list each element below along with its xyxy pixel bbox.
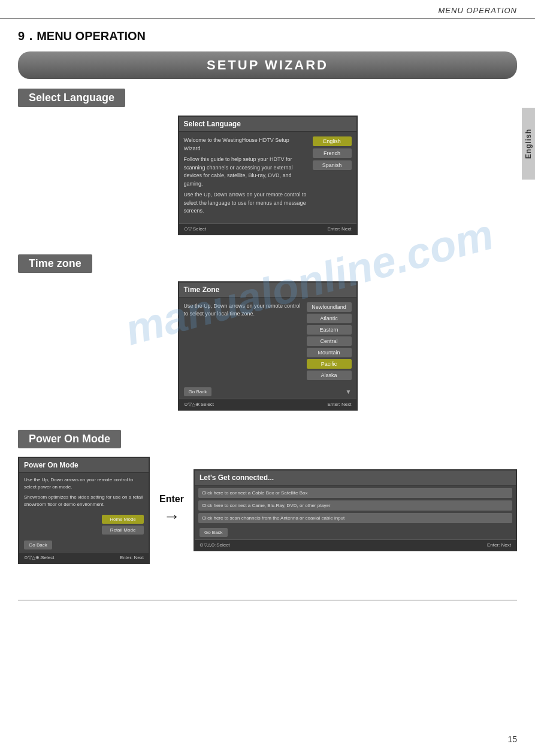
lgc-nav-icon: ⊙▽△⊕:Select bbox=[200, 542, 229, 548]
power-mode-options: Home Mode Retail Mode bbox=[19, 515, 149, 538]
lang-french[interactable]: French bbox=[313, 148, 352, 158]
header-title: MENU OPERATION bbox=[439, 6, 518, 15]
time-zone-label: Time zone bbox=[18, 254, 92, 273]
lgc-option-1[interactable]: Click here to connect a Cable Box or Sat… bbox=[198, 488, 512, 498]
section-title: 9．MENU OPERATION bbox=[18, 28, 517, 44]
welcome-text: Welcome to the WestingHouse HDTV Setup W… bbox=[184, 136, 309, 153]
main-content: 9．MENU OPERATION SETUP WIZARD Select Lan… bbox=[0, 19, 535, 588]
tz-pacific[interactable]: Pacific bbox=[307, 359, 352, 369]
power-on-row: Power On Mode Use the Up, Down arrows on… bbox=[18, 457, 517, 564]
section-title-text: MENU OPERATION bbox=[37, 29, 146, 42]
lgc-option-2[interactable]: Click here to connect a Came, Blu-Ray, D… bbox=[198, 500, 512, 511]
power-on-nav-icon: ⊙▽△⊕:Select bbox=[24, 555, 54, 560]
timezone-screen: Time Zone Use the Up, Down arrows on you… bbox=[178, 281, 358, 411]
lgc-option-3[interactable]: Click here to scan channels from the Ant… bbox=[198, 513, 512, 523]
select-language-body: Welcome to the WestingHouse HDTV Setup W… bbox=[179, 132, 356, 223]
setup-wizard-banner: SETUP WIZARD bbox=[18, 51, 517, 79]
select-language-text: Welcome to the WestingHouse HDTV Setup W… bbox=[184, 136, 309, 218]
lgc-footer-next: Enter: Next bbox=[487, 542, 511, 548]
power-on-footer-next: Enter: Next bbox=[120, 555, 144, 560]
tz-central[interactable]: Central bbox=[307, 336, 352, 346]
power-on-mode-label: Power On Mode bbox=[18, 430, 121, 448]
sidebar-english-label: English bbox=[524, 129, 533, 159]
power-on-footer: ⊙▽△⊕:Select Enter: Next bbox=[19, 552, 149, 563]
select-language-screen: Select Language Welcome to the WestingHo… bbox=[178, 116, 358, 235]
home-mode-btn[interactable]: Home Mode bbox=[102, 515, 144, 524]
select-language-title-bar: Select Language bbox=[179, 117, 356, 132]
timezone-down-arrow: ▼ bbox=[346, 388, 352, 395]
select-language-footer: ⊙▽:Select Enter: Next bbox=[179, 223, 356, 234]
instruction1: Follow this guide to help setup your HDT… bbox=[184, 156, 309, 188]
select-language-nav-icon: ⊙▽:Select bbox=[184, 226, 206, 232]
language-options: English French Spanish bbox=[313, 136, 352, 218]
timezone-body: Use the Up, Down arrows on your remote c… bbox=[179, 297, 356, 385]
instruction2: Use the Up, Down arrows on your remote c… bbox=[184, 191, 309, 215]
lets-connect-title-bar: Let's Get connected... bbox=[195, 470, 516, 485]
footer-line bbox=[18, 600, 517, 600]
timezone-nav-icon: ⊙▽△⊕:Select bbox=[184, 402, 214, 407]
setup-wizard-title: SETUP WIZARD bbox=[207, 57, 328, 72]
enter-label: Enter bbox=[159, 494, 184, 505]
timezone-instruction: Use the Up, Down arrows on your remote c… bbox=[184, 302, 303, 380]
timezone-footer: ⊙▽△⊕:Select Enter: Next bbox=[179, 399, 356, 409]
power-on-bottom: Go Back bbox=[19, 538, 149, 552]
lets-connect-screen: Let's Get connected... Click here to con… bbox=[194, 469, 517, 551]
power-on-body: Use the Up, Down arrows on your remote c… bbox=[19, 473, 149, 515]
arrow-right-icon: → bbox=[163, 507, 180, 526]
page-number: 15 bbox=[507, 734, 517, 744]
timezone-footer-next: Enter: Next bbox=[327, 402, 351, 407]
power-on-title-bar: Power On Mode bbox=[19, 458, 149, 473]
timezone-bottom: Go Back ▼ bbox=[179, 385, 356, 399]
timezone-title-bar: Time Zone bbox=[179, 283, 356, 297]
lang-spanish[interactable]: Spanish bbox=[313, 160, 352, 170]
section-number: 9 bbox=[18, 29, 25, 42]
tz-atlantic[interactable]: Atlantic bbox=[307, 314, 352, 323]
lang-english[interactable]: English bbox=[313, 136, 352, 146]
tz-mountain[interactable]: Mountain bbox=[307, 348, 352, 357]
lets-connect-body: Click here to connect a Cable Box or Sat… bbox=[195, 485, 516, 526]
sidebar-english: English bbox=[522, 108, 535, 180]
tz-alaska[interactable]: Alaska bbox=[307, 371, 352, 380]
lets-connect-bottom: Go Back bbox=[195, 526, 516, 539]
tz-newfoundland[interactable]: Newfoundland bbox=[307, 302, 352, 312]
power-go-back[interactable]: Go Back bbox=[24, 541, 52, 549]
enter-arrow-group: Enter → bbox=[159, 494, 184, 526]
select-language-label: Select Language bbox=[18, 89, 125, 107]
timezone-go-back[interactable]: Go Back bbox=[184, 387, 212, 396]
retail-mode-btn[interactable]: Retail Mode bbox=[102, 526, 144, 535]
select-language-footer-next: Enter: Next bbox=[327, 226, 351, 232]
page-header: MENU OPERATION bbox=[0, 0, 535, 19]
tz-eastern[interactable]: Eastern bbox=[307, 325, 352, 335]
lets-connect-footer: ⊙▽△⊕:Select Enter: Next bbox=[195, 539, 516, 550]
lgc-go-back[interactable]: Go Back bbox=[200, 528, 228, 537]
power-on-screen: Power On Mode Use the Up, Down arrows on… bbox=[18, 457, 150, 564]
timezone-options: Newfoundland Atlantic Eastern Central Mo… bbox=[307, 302, 352, 380]
section-dot: ． bbox=[25, 29, 37, 42]
